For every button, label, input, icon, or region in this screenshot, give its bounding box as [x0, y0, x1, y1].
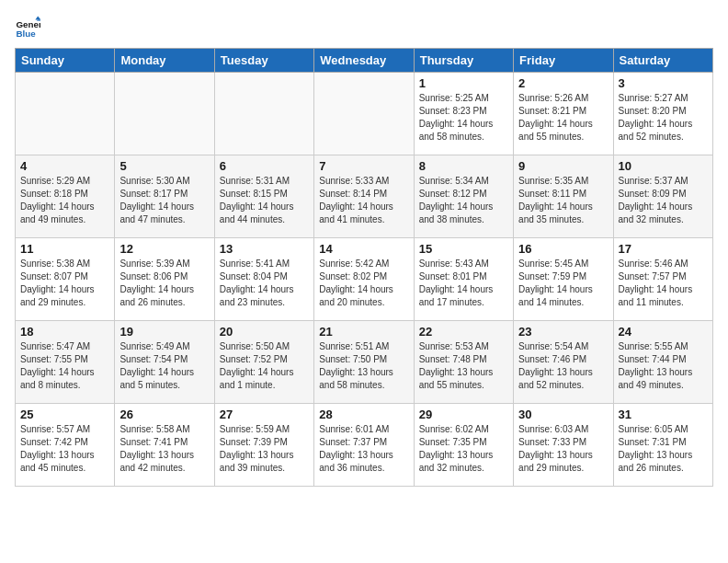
day-info: Sunrise: 5:53 AM Sunset: 7:48 PM Dayligh…	[419, 340, 508, 392]
day-info: Sunrise: 5:33 AM Sunset: 8:14 PM Dayligh…	[319, 175, 408, 226]
day-info: Sunrise: 5:37 AM Sunset: 8:09 PM Dayligh…	[619, 175, 708, 226]
day-info: Sunrise: 5:47 AM Sunset: 7:55 PM Dayligh…	[20, 340, 109, 392]
calendar-cell: 25Sunrise: 5:57 AM Sunset: 7:42 PM Dayli…	[16, 404, 115, 487]
column-header-saturday: Saturday	[613, 49, 712, 73]
day-info: Sunrise: 5:50 AM Sunset: 7:52 PM Dayligh…	[220, 340, 309, 392]
day-number: 26	[119, 408, 209, 421]
calendar-cell: 24Sunrise: 5:55 AM Sunset: 7:44 PM Dayli…	[613, 321, 712, 404]
day-info: Sunrise: 5:31 AM Sunset: 8:15 PM Dayligh…	[220, 175, 309, 226]
calendar-cell: 11Sunrise: 5:38 AM Sunset: 8:07 PM Dayli…	[16, 238, 115, 321]
day-info: Sunrise: 5:29 AM Sunset: 8:18 PM Dayligh…	[20, 175, 109, 226]
day-info: Sunrise: 5:54 AM Sunset: 7:46 PM Dayligh…	[518, 340, 608, 392]
day-number: 31	[619, 408, 708, 421]
day-number: 5	[119, 159, 209, 173]
calendar-cell: 2Sunrise: 5:26 AM Sunset: 8:21 PM Daylig…	[514, 73, 613, 155]
calendar-cell: 14Sunrise: 5:42 AM Sunset: 8:02 PM Dayli…	[314, 238, 414, 321]
calendar-cell: 8Sunrise: 5:34 AM Sunset: 8:12 PM Daylig…	[414, 155, 513, 238]
day-number: 6	[220, 159, 309, 173]
calendar-cell: 13Sunrise: 5:41 AM Sunset: 8:04 PM Dayli…	[214, 238, 313, 321]
calendar-cell: 6Sunrise: 5:31 AM Sunset: 8:15 PM Daylig…	[214, 155, 313, 238]
calendar-week-3: 11Sunrise: 5:38 AM Sunset: 8:07 PM Dayli…	[16, 238, 713, 321]
calendar-cell: 17Sunrise: 5:46 AM Sunset: 7:57 PM Dayli…	[613, 238, 712, 321]
day-info: Sunrise: 5:41 AM Sunset: 8:04 PM Dayligh…	[220, 258, 309, 309]
day-number: 25	[20, 408, 109, 421]
column-header-friday: Friday	[514, 49, 613, 73]
calendar-cell	[16, 73, 115, 155]
day-info: Sunrise: 5:26 AM Sunset: 8:21 PM Dayligh…	[518, 92, 608, 144]
day-info: Sunrise: 5:57 AM Sunset: 7:42 PM Dayligh…	[20, 423, 109, 475]
day-number: 29	[419, 408, 508, 421]
day-number: 27	[220, 408, 309, 421]
day-number: 30	[518, 408, 608, 421]
calendar-cell: 28Sunrise: 6:01 AM Sunset: 7:37 PM Dayli…	[314, 404, 414, 487]
calendar-cell: 1Sunrise: 5:25 AM Sunset: 8:23 PM Daylig…	[414, 73, 513, 155]
calendar-cell: 23Sunrise: 5:54 AM Sunset: 7:46 PM Dayli…	[514, 321, 613, 404]
day-number: 7	[319, 159, 408, 173]
logo-icon: General Blue	[15, 15, 40, 40]
day-number: 19	[119, 325, 209, 339]
day-info: Sunrise: 5:51 AM Sunset: 7:50 PM Dayligh…	[319, 340, 408, 392]
day-number: 17	[619, 242, 708, 256]
calendar-cell: 16Sunrise: 5:45 AM Sunset: 7:59 PM Dayli…	[514, 238, 613, 321]
calendar-cell: 9Sunrise: 5:35 AM Sunset: 8:11 PM Daylig…	[514, 155, 613, 238]
calendar-cell: 20Sunrise: 5:50 AM Sunset: 7:52 PM Dayli…	[214, 321, 313, 404]
day-number: 20	[220, 325, 309, 339]
day-info: Sunrise: 6:05 AM Sunset: 7:31 PM Dayligh…	[619, 423, 708, 475]
page-header: General Blue	[15, 15, 713, 40]
day-number: 23	[518, 325, 608, 339]
calendar-week-5: 25Sunrise: 5:57 AM Sunset: 7:42 PM Dayli…	[16, 404, 713, 487]
day-number: 18	[20, 325, 109, 339]
calendar-week-1: 1Sunrise: 5:25 AM Sunset: 8:23 PM Daylig…	[16, 73, 713, 155]
day-info: Sunrise: 5:34 AM Sunset: 8:12 PM Dayligh…	[419, 175, 508, 226]
day-number: 22	[419, 325, 508, 339]
day-number: 1	[419, 76, 508, 90]
day-info: Sunrise: 5:42 AM Sunset: 8:02 PM Dayligh…	[319, 258, 408, 309]
day-number: 2	[518, 76, 608, 90]
calendar-cell: 22Sunrise: 5:53 AM Sunset: 7:48 PM Dayli…	[414, 321, 513, 404]
calendar-cell: 3Sunrise: 5:27 AM Sunset: 8:20 PM Daylig…	[613, 73, 712, 155]
day-number: 11	[20, 242, 109, 256]
logo: General Blue	[15, 15, 44, 40]
day-number: 9	[518, 159, 608, 173]
column-header-monday: Monday	[115, 49, 214, 73]
calendar-cell: 30Sunrise: 6:03 AM Sunset: 7:33 PM Dayli…	[514, 404, 613, 487]
calendar-cell: 12Sunrise: 5:39 AM Sunset: 8:06 PM Dayli…	[115, 238, 214, 321]
day-info: Sunrise: 6:01 AM Sunset: 7:37 PM Dayligh…	[319, 423, 408, 475]
day-number: 14	[319, 242, 408, 256]
calendar-cell: 21Sunrise: 5:51 AM Sunset: 7:50 PM Dayli…	[314, 321, 414, 404]
calendar-cell: 29Sunrise: 6:02 AM Sunset: 7:35 PM Dayli…	[414, 404, 513, 487]
day-number: 24	[619, 325, 708, 339]
calendar-cell: 5Sunrise: 5:30 AM Sunset: 8:17 PM Daylig…	[115, 155, 214, 238]
column-header-thursday: Thursday	[414, 49, 513, 73]
day-info: Sunrise: 5:30 AM Sunset: 8:17 PM Dayligh…	[119, 175, 209, 226]
svg-text:Blue: Blue	[16, 29, 36, 39]
day-number: 15	[419, 242, 508, 256]
day-info: Sunrise: 5:55 AM Sunset: 7:44 PM Dayligh…	[619, 340, 708, 392]
calendar-cell: 31Sunrise: 6:05 AM Sunset: 7:31 PM Dayli…	[613, 404, 712, 487]
day-info: Sunrise: 5:43 AM Sunset: 8:01 PM Dayligh…	[419, 258, 508, 309]
day-info: Sunrise: 5:39 AM Sunset: 8:06 PM Dayligh…	[119, 258, 209, 309]
calendar-cell	[115, 73, 214, 155]
column-header-sunday: Sunday	[16, 49, 115, 73]
day-info: Sunrise: 5:45 AM Sunset: 7:59 PM Dayligh…	[518, 258, 608, 309]
calendar-cell	[314, 73, 414, 155]
calendar-header-row: SundayMondayTuesdayWednesdayThursdayFrid…	[16, 49, 713, 73]
calendar-table: SundayMondayTuesdayWednesdayThursdayFrid…	[15, 48, 713, 487]
day-info: Sunrise: 5:25 AM Sunset: 8:23 PM Dayligh…	[419, 92, 508, 144]
day-info: Sunrise: 6:03 AM Sunset: 7:33 PM Dayligh…	[518, 423, 608, 475]
day-info: Sunrise: 5:49 AM Sunset: 7:54 PM Dayligh…	[119, 340, 209, 392]
day-info: Sunrise: 5:38 AM Sunset: 8:07 PM Dayligh…	[20, 258, 109, 309]
day-number: 4	[20, 159, 109, 173]
calendar-cell: 15Sunrise: 5:43 AM Sunset: 8:01 PM Dayli…	[414, 238, 513, 321]
day-info: Sunrise: 5:35 AM Sunset: 8:11 PM Dayligh…	[518, 175, 608, 226]
day-number: 21	[319, 325, 408, 339]
day-info: Sunrise: 5:58 AM Sunset: 7:41 PM Dayligh…	[119, 423, 209, 475]
calendar-cell: 19Sunrise: 5:49 AM Sunset: 7:54 PM Dayli…	[115, 321, 214, 404]
calendar-cell: 10Sunrise: 5:37 AM Sunset: 8:09 PM Dayli…	[613, 155, 712, 238]
calendar-cell	[214, 73, 313, 155]
day-number: 3	[619, 76, 708, 90]
calendar-cell: 26Sunrise: 5:58 AM Sunset: 7:41 PM Dayli…	[115, 404, 214, 487]
day-info: Sunrise: 6:02 AM Sunset: 7:35 PM Dayligh…	[419, 423, 508, 475]
day-number: 10	[619, 159, 708, 173]
column-header-wednesday: Wednesday	[314, 49, 414, 73]
